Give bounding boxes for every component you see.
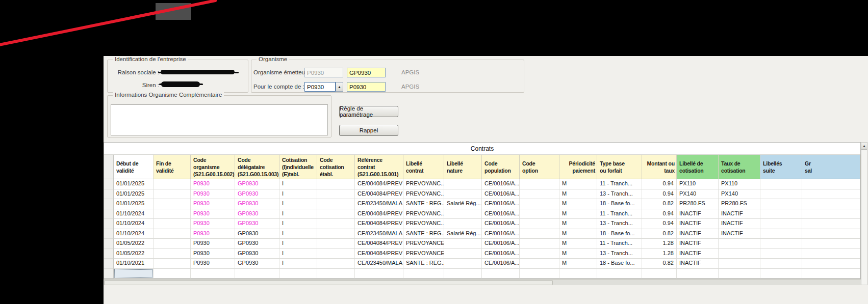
table-cell[interactable]: 18 - Base fo... xyxy=(597,199,642,209)
table-cell[interactable]: 01/10/2021 xyxy=(114,259,154,269)
table-cell[interactable]: 1.28 xyxy=(642,249,677,259)
table-cell[interactable]: CE/023450/MALA xyxy=(355,229,403,239)
table-cell[interactable]: M xyxy=(559,209,597,219)
table-cell[interactable] xyxy=(154,249,191,259)
table-cell[interactable]: PREVOYANC... xyxy=(403,189,444,200)
table-cell[interactable] xyxy=(317,239,355,249)
table-cell[interactable]: M xyxy=(559,259,597,269)
table-cell[interactable]: 0.94 xyxy=(642,219,677,229)
table-cell[interactable] xyxy=(760,249,802,259)
table-cell[interactable] xyxy=(760,219,802,229)
table-row[interactable]: 01/01/2025P0930GP0930ICE/023450/MALASANT… xyxy=(104,199,860,209)
table-cell[interactable] xyxy=(802,229,860,239)
table-cell[interactable] xyxy=(677,269,719,279)
table-cell[interactable]: 18 - Base fo... xyxy=(597,259,642,269)
vertical-scrollbar[interactable]: ▲ xyxy=(861,142,867,285)
row-gutter[interactable] xyxy=(104,199,114,209)
table-cell[interactable] xyxy=(403,269,444,279)
table-cell[interactable]: PREVOYANC... xyxy=(403,219,444,229)
table-cell[interactable]: P0930 xyxy=(191,199,235,209)
table-cell[interactable]: CE/004084/PREV xyxy=(355,239,403,249)
table-cell[interactable]: PREVOYANC... xyxy=(403,209,444,219)
table-cell[interactable] xyxy=(760,199,802,209)
column-header[interactable]: Gr sal xyxy=(802,155,860,179)
column-header[interactable]: Type base ou forfait xyxy=(597,155,642,179)
table-cell[interactable] xyxy=(520,269,559,279)
table-cell[interactable] xyxy=(154,199,191,209)
table-cell[interactable]: GP0930 xyxy=(235,189,279,200)
table-cell[interactable] xyxy=(154,219,191,229)
pour-le-compte-spinner[interactable]: ▲ xyxy=(336,82,343,92)
table-cell[interactable] xyxy=(444,259,482,269)
table-cell[interactable]: P0930 xyxy=(191,189,235,200)
table-row[interactable]: 01/10/2021P0930GP0930ICE/023450/MALASANT… xyxy=(104,259,860,269)
table-cell[interactable] xyxy=(719,239,760,249)
column-header[interactable]: Référence contrat (S21.G00.15.001) xyxy=(355,155,403,179)
table-cell[interactable] xyxy=(154,179,191,189)
table-cell[interactable] xyxy=(520,219,559,229)
column-header[interactable]: Cotisation (I)ndividuelle (E)tabl. xyxy=(279,155,317,179)
column-header[interactable]: Libellé nature xyxy=(444,155,482,179)
table-cell[interactable] xyxy=(317,199,355,209)
table-cell[interactable] xyxy=(802,219,860,229)
table-cell[interactable]: P0930 xyxy=(191,229,235,239)
table-cell[interactable] xyxy=(802,249,860,259)
row-gutter[interactable] xyxy=(104,259,114,269)
table-row[interactable]: 01/01/2025P0930GP0930ICE/004084/PREVPREV… xyxy=(104,179,860,189)
table-cell[interactable]: M xyxy=(559,189,597,200)
table-cell[interactable]: CE/004084/PREV xyxy=(355,249,403,259)
horizontal-scrollbar[interactable] xyxy=(104,279,861,285)
table-cell[interactable] xyxy=(520,189,559,200)
row-gutter[interactable] xyxy=(104,229,114,239)
table-cell[interactable]: 0.94 xyxy=(642,189,677,200)
table-cell[interactable]: 11 - Tranch... xyxy=(597,209,642,219)
table-cell[interactable] xyxy=(444,189,482,200)
table-cell[interactable] xyxy=(154,269,191,279)
table-cell[interactable]: CE/00106/A... xyxy=(482,219,520,229)
table-cell[interactable] xyxy=(597,269,642,279)
table-row[interactable]: 01/10/2024P0930GP0930ICE/023450/MALASANT… xyxy=(104,229,860,239)
table-cell[interactable] xyxy=(279,269,317,279)
table-cell[interactable]: CE/00106/A... xyxy=(482,259,520,269)
table-cell[interactable]: Salarié Rég.... xyxy=(444,199,482,209)
table-cell[interactable] xyxy=(760,209,802,219)
table-cell[interactable] xyxy=(191,269,235,279)
table-cell[interactable] xyxy=(317,259,355,269)
table-cell[interactable]: INACTIF xyxy=(677,239,719,249)
table-cell[interactable] xyxy=(760,269,802,279)
table-cell[interactable]: 01/05/2022 xyxy=(114,249,154,259)
table-cell[interactable] xyxy=(520,249,559,259)
horizontal-scrollbar-thumb[interactable] xyxy=(104,280,553,285)
table-row[interactable]: 01/05/2022P0930GP0930ICE/004084/PREVPREV… xyxy=(104,249,860,259)
infos-organisme-textarea[interactable] xyxy=(111,104,328,135)
table-cell[interactable]: 1.28 xyxy=(642,239,677,249)
table-cell[interactable] xyxy=(559,269,597,279)
organisme-emetteur-input[interactable] xyxy=(304,68,343,77)
table-cell[interactable]: CE/00106/A... xyxy=(482,239,520,249)
table-cell[interactable]: 01/05/2022 xyxy=(114,239,154,249)
table-cell[interactable] xyxy=(317,229,355,239)
table-cell[interactable]: M xyxy=(559,199,597,209)
table-cell[interactable]: 0.82 xyxy=(642,259,677,269)
new-entry-row[interactable] xyxy=(104,269,860,279)
column-header[interactable]: Code délégataire (S21.G00.15.003) xyxy=(235,155,279,179)
table-cell[interactable] xyxy=(317,209,355,219)
table-cell[interactable]: CE/00106/A... xyxy=(482,189,520,200)
row-gutter[interactable] xyxy=(104,269,114,279)
table-cell[interactable]: 13 - Tranch... xyxy=(597,249,642,259)
table-cell[interactable] xyxy=(444,179,482,189)
table-cell[interactable]: INACTIF xyxy=(677,219,719,229)
table-cell[interactable]: 01/01/2025 xyxy=(114,199,154,209)
table-cell[interactable] xyxy=(154,239,191,249)
organisme-emetteur-code-input[interactable] xyxy=(347,68,386,77)
table-cell[interactable]: CE/00106/A... xyxy=(482,209,520,219)
table-cell[interactable] xyxy=(802,209,860,219)
table-cell[interactable]: I xyxy=(279,229,317,239)
pour-le-compte-input[interactable] xyxy=(304,82,336,92)
table-cell[interactable] xyxy=(802,259,860,269)
table-cell[interactable]: CE/00106/A... xyxy=(482,179,520,189)
column-header[interactable]: Code option xyxy=(520,155,559,179)
column-header[interactable]: Libellés suite xyxy=(760,155,802,179)
table-cell[interactable]: INACTIF xyxy=(677,229,719,239)
table-cell[interactable]: I xyxy=(279,259,317,269)
